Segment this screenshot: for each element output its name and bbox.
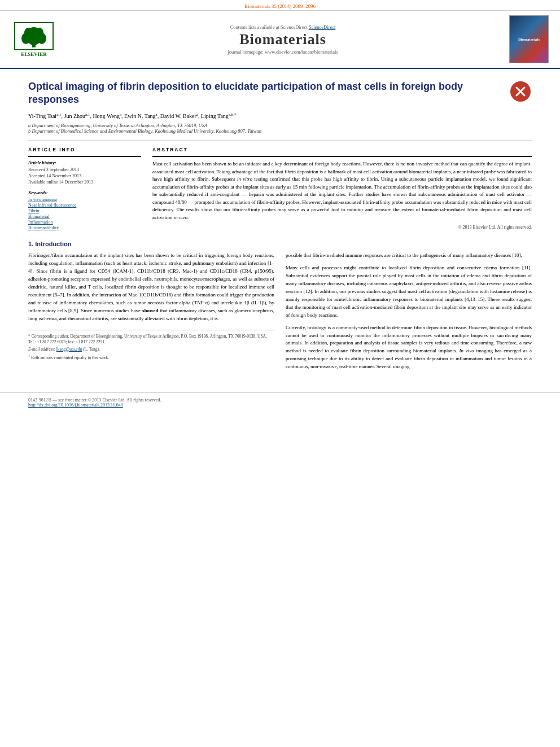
elsevier-logo: ELSEVIER [11,22,56,57]
journal-header: ELSEVIER Contents lists available at Sci… [0,11,560,69]
abstract-text: Mast cell activation has been shown to b… [152,160,532,221]
svg-point-5 [36,28,43,38]
keyword-6: Biocompatibility [28,225,141,230]
svg-point-4 [24,28,32,38]
keyword-2: Near infrared fluorescence [28,203,141,208]
affiliations: a Department of Bioengineering, Universi… [28,123,532,134]
sciencedirect-link[interactable]: ScienceDirect [309,24,336,30]
footnote-1: 1 Both authors contributed equally to th… [28,353,274,361]
email-link[interactable]: lkang@uta.edu [56,347,82,352]
contents-line: Contents lists available at ScienceDirec… [56,24,509,30]
intro-left-col: Fibrinogen/fibrin accumulation at the im… [28,252,274,375]
footnote-area: * Corresponding author. Department of Bi… [28,330,274,361]
citation-text: Biomaterials 35 (2014) 2089–2096 [244,3,316,9]
keyword-5: Inflammation [28,220,141,225]
article-info-abstract: ARTICLE INFO Article history: Received 3… [28,147,532,230]
abstract-col: ABSTRACT Mast cell activation has been s… [152,147,532,230]
keyword-4: Biomaterial [28,214,141,219]
issn-text: 0142-9612/$ — see front matter © 2013 El… [28,397,161,403]
keyword-1: In vivo imaging [28,197,141,202]
intro-right-col: possible that fibrin-mediated immune res… [286,252,532,375]
paper-title-row: Optical imaging of fibrin deposition to … [28,80,532,107]
history-label: Article history: [28,160,141,165]
elsevier-tree-svg [17,24,51,49]
footnote-email: E-mail address: lkang@uta.edu (L. Tang). [28,347,274,353]
paper-title: Optical imaging of fibrin deposition to … [28,80,504,107]
crossmark-icon [510,81,531,102]
header-divider [28,141,532,141]
authors-line: Yi-Ting Tsaia,1, Jun Zhoua,1, Hong Wenga… [28,112,532,119]
abstract-label: ABSTRACT [152,147,532,152]
journal-homepage: journal homepage: www.elsevier.com/locat… [56,49,509,55]
crossmark [509,80,532,103]
footer-issn: 0142-9612/$ — see front matter © 2013 El… [28,397,161,408]
journal-title: Biomaterials [56,31,509,48]
keywords-label: Keywords: [28,190,141,195]
affiliation-a: a Department of Bioengineering, Universi… [28,123,532,128]
affiliation-b: b Department of Biomedical Science and E… [28,128,532,134]
top-citation-bar: Biomaterials 35 (2014) 2089–2096 [0,0,560,11]
intro-right-para-2: Many cells and processes might contribut… [286,264,532,320]
paper-container: Optical imaging of fibrin deposition to … [0,69,560,387]
abstract-block: Mast cell activation has been shown to b… [152,156,532,230]
introduction-columns: Fibrinogen/fibrin accumulation at the im… [28,252,532,375]
keywords-block: Keywords: In vivo imaging Near infrared … [28,190,141,230]
article-info-label: ARTICLE INFO [28,147,141,152]
intro-right-para-1: possible that fibrin-mediated immune res… [286,252,532,260]
accepted-date: Accepted 14 November 2013 [28,173,141,178]
intro-right-para-3: Currently, histology is a commonly-used … [286,324,532,372]
copyright-text: © 2013 Elsevier Ltd. All rights reserved… [152,225,532,230]
elsevier-text: ELSEVIER [21,51,47,57]
elsevier-logo-box [14,22,54,50]
article-info-block: Article history: Received 3 September 20… [28,156,141,230]
introduction-heading: 1. Introduction [28,241,532,247]
received-date: Received 3 September 2013 [28,167,141,172]
introduction-section: 1. Introduction Fibrinogen/fibrin accumu… [28,241,532,375]
footnote-star: * Corresponding author. Department of Bi… [28,334,274,346]
intro-para-1: Fibrinogen/fibrin accumulation at the im… [28,252,274,322]
cover-label: Biomaterials [518,37,540,42]
keyword-3: Fibrin [28,208,141,213]
available-date: Available online 14 December 2013 [28,180,141,185]
journal-cover: Biomaterials [509,15,549,63]
article-info-col: ARTICLE INFO Article history: Received 3… [28,147,141,230]
footer-bar: 0142-9612/$ — see front matter © 2013 El… [0,392,560,412]
doi-link[interactable]: http://dx.doi.org/10.1016/j.biomaterials… [28,403,161,408]
header-center: Contents lists available at ScienceDirec… [56,24,509,55]
